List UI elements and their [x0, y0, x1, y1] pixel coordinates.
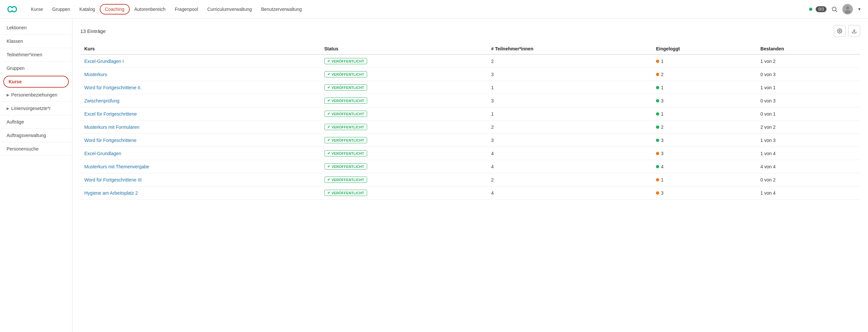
sidebar-item-label: Personenbeziehungen [11, 92, 57, 97]
logged-in-indicator: 4 [656, 164, 663, 169]
participants-count: 2 [487, 173, 652, 186]
table-row: Excel für Fortgeschrittene✔ VERÖFFENTLIC… [80, 108, 860, 121]
course-name-link[interactable]: Musterkurs mit Formularen [84, 124, 139, 130]
passed-count: 1 von 4 [756, 147, 860, 160]
sidebar-item-gruppen[interactable]: Gruppen [0, 62, 72, 75]
nav-item-benutzerverwaltung[interactable]: Benutzerverwaltung [256, 5, 307, 14]
logo[interactable] [5, 5, 20, 14]
participants-count: 2 [487, 121, 652, 134]
status-badge: ✔ VERÖFFENTLICHT [324, 163, 367, 170]
svg-point-2 [846, 6, 849, 9]
logged-in-count: 3 [661, 151, 663, 156]
passed-count: 1 von 4 [756, 186, 860, 200]
table-row: Excel-Grundlagen I✔ VERÖFFENTLICHT211 vo… [80, 54, 860, 68]
nav-item-coaching[interactable]: Coaching [100, 4, 130, 14]
check-icon: ✔ [327, 178, 330, 182]
svg-line-1 [836, 10, 837, 12]
sidebar-item-teilnehmer-innen[interactable]: Teilnehmer*innen [0, 48, 72, 62]
check-icon: ✔ [327, 85, 330, 90]
participants-count: 4 [487, 147, 652, 160]
nav-item-kurse[interactable]: Kurse [26, 5, 48, 14]
check-icon: ✔ [327, 59, 330, 63]
logged-in-count: 3 [661, 98, 663, 103]
logged-in-indicator: 1 [656, 85, 663, 90]
check-icon: ✔ [327, 98, 330, 103]
table-row: Musterkurs mit Formularen✔ VERÖFFENTLICH… [80, 121, 860, 134]
col-header-eingeloggt: Eingeloggt [652, 43, 756, 54]
sidebar-item-kurse[interactable]: Kurse [3, 76, 69, 88]
expand-arrow-icon: ▶ [7, 93, 9, 97]
participants-count: 1 [487, 81, 652, 94]
nav-item-gruppen[interactable]: Gruppen [48, 5, 75, 14]
orange-dot-icon [656, 152, 659, 155]
status-badge: ✔ VERÖFFENTLICHT [324, 71, 367, 78]
passed-count: 0 von 3 [756, 68, 860, 81]
table-row: Hygiene am Arbeitsplatz 2✔ VERÖFFENTLICH… [80, 186, 860, 200]
green-dot-icon [656, 112, 659, 116]
sidebar-item-personenbeziehungen[interactable]: ▶Personenbeziehungen [0, 88, 72, 102]
course-name-link[interactable]: Word für Fortgeschrittene II. [84, 85, 142, 90]
check-icon: ✔ [327, 72, 330, 77]
search-button[interactable] [830, 5, 839, 14]
course-name-link[interactable]: Excel-Grundlagen [84, 151, 121, 156]
sidebar-item-auftr-ge[interactable]: Aufträge [0, 115, 72, 129]
course-name-link[interactable]: Zwischenprüfung [84, 98, 120, 103]
table-row: Musterkurs mit Themenvergabe✔ VERÖFFENTL… [80, 160, 860, 173]
logged-in-indicator: 1 [656, 111, 663, 117]
passed-count: 2 von 2 [756, 121, 860, 134]
logged-in-count: 1 [661, 177, 663, 182]
course-name-link[interactable]: Word für Fortgeschrittene [84, 138, 136, 143]
status-badge: ✔ VERÖFFENTLICHT [324, 58, 367, 64]
nav-item-fragenpool[interactable]: Fragenpool [170, 5, 203, 14]
participants-count: 1 [487, 108, 652, 121]
green-dot-icon [656, 125, 659, 129]
check-icon: ✔ [327, 191, 330, 195]
sidebar-item-klassen[interactable]: Klassen [0, 35, 72, 48]
svg-point-4 [839, 30, 840, 32]
participants-count: 3 [487, 94, 652, 108]
green-dot-icon [656, 165, 659, 168]
check-icon: ✔ [327, 138, 330, 142]
status-badge: ✔ VERÖFFENTLICHT [324, 111, 367, 117]
status-badge: ✔ VERÖFFENTLICHT [324, 137, 367, 143]
course-name-link[interactable]: Musterkurs [84, 72, 107, 77]
logged-in-count: 2 [661, 124, 663, 130]
sidebar: LektionenKlassenTeilnehmer*innenGruppenK… [0, 19, 72, 332]
settings-button[interactable] [834, 25, 846, 37]
col-header-status: Status [320, 43, 487, 54]
table-row: Zwischenprüfung✔ VERÖFFENTLICHT330 von 3 [80, 94, 860, 108]
nav-item-katalog[interactable]: Katalog [75, 5, 99, 14]
nav-item-curriculumverwaltung[interactable]: Curriculumverwaltung [203, 5, 256, 14]
expand-arrow-icon: ▶ [7, 107, 9, 111]
table-body: Excel-Grundlagen I✔ VERÖFFENTLICHT211 vo… [80, 54, 860, 200]
course-name-link[interactable]: Excel-Grundlagen I [84, 59, 124, 64]
sidebar-item-label: Gruppen [7, 65, 24, 71]
logged-in-indicator: 3 [656, 190, 663, 195]
user-menu-chevron[interactable]: ▼ [856, 6, 863, 13]
sidebar-item-personensuche[interactable]: Personensuche [0, 142, 72, 156]
logged-in-count: 1 [661, 111, 663, 117]
main-content: 13 Einträge Kur [72, 19, 868, 332]
course-name-link[interactable]: Word für Fortgeschrittene III [84, 177, 142, 182]
orange-dot-icon [656, 191, 659, 195]
course-name-link[interactable]: Hygiene am Arbeitsplatz 2 [84, 190, 138, 195]
sidebar-item-lektionen[interactable]: Lektionen [0, 21, 72, 35]
user-avatar[interactable] [842, 4, 853, 14]
logged-in-indicator: 1 [656, 177, 663, 182]
course-name-link[interactable]: Musterkurs mit Themenvergabe [84, 164, 149, 169]
table-header: KursStatus# Teilnehmer*innenEingeloggtBe… [80, 43, 860, 54]
sidebar-item-label: Auftragsverwaltung [7, 133, 46, 138]
download-button[interactable] [848, 25, 860, 37]
table-row: Word für Fortgeschrittene✔ VERÖFFENTLICH… [80, 134, 860, 147]
logged-in-indicator: 3 [656, 138, 663, 143]
passed-count: 0 von 3 [756, 94, 860, 108]
logged-in-count: 3 [661, 190, 663, 195]
logged-in-indicator: 1 [656, 59, 663, 64]
sidebar-item-auftragsverwaltung[interactable]: Auftragsverwaltung [0, 129, 72, 142]
table-row: Musterkurs✔ VERÖFFENTLICHT320 von 3 [80, 68, 860, 81]
check-icon: ✔ [327, 125, 330, 129]
logged-in-indicator: 2 [656, 124, 663, 130]
nav-item-autorenbereich[interactable]: Autorenbereich [130, 5, 170, 14]
sidebar-item-linienvorgesetzte-r[interactable]: ▶Linienvorgesetzte*r [0, 102, 72, 115]
course-name-link[interactable]: Excel für Fortgeschrittene [84, 111, 137, 117]
